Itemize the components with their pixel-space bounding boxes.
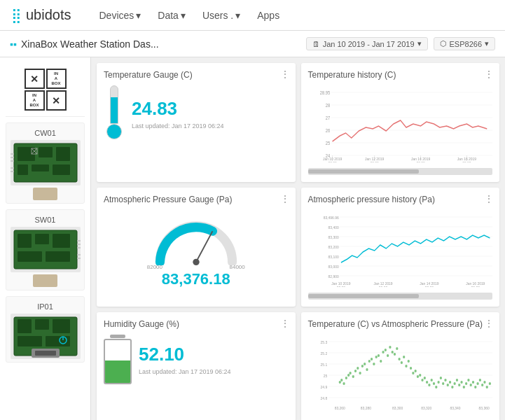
pressure-menu[interactable]: ⋮	[280, 193, 290, 204]
chevron-down-icon: ▾	[136, 10, 141, 21]
svg-text:26: 26	[325, 127, 330, 133]
nav-users[interactable]: Users . ▾	[202, 10, 240, 21]
temp-history-menu[interactable]: ⋮	[484, 69, 494, 80]
humidity-updated: Last updated: Jan 17 2019 06:24	[139, 368, 231, 375]
device-badge[interactable]: ⬡ ESP8266 ▾	[434, 37, 495, 50]
pressure-history-widget: Atmospheric pressure history (Pa) ⋮ 83,4…	[301, 188, 500, 307]
svg-point-139	[437, 381, 439, 384]
svg-point-96	[338, 381, 340, 384]
svg-rect-3	[56, 147, 70, 161]
svg-point-104	[357, 367, 359, 370]
battery-gauge-content: 52.10 Last updated: Jan 17 2019 06:24	[104, 335, 289, 384]
temp-updated: Last updated: Jan 17 2019 06:24	[132, 122, 224, 130]
dashboard-title: XinaBox Weather Station Das...	[21, 38, 159, 50]
svg-point-114	[380, 360, 382, 363]
svg-text:83,400: 83,400	[328, 225, 338, 230]
svg-point-102	[352, 375, 354, 378]
nav-data[interactable]: Data ▾	[158, 10, 186, 21]
device-chip-icon: ⬡	[440, 39, 447, 48]
sidebar-device-ip01[interactable]: IP01	[6, 296, 85, 363]
secondary-bar: ▪▪ XinaBox Weather Station Das... 🗓 Jan …	[0, 31, 505, 57]
svg-rect-28	[35, 319, 49, 330]
temp-value: 24.83	[132, 98, 224, 120]
svg-point-133	[423, 377, 425, 379]
humidity-value-area: 52.10 Last updated: Jan 17 2019 06:24	[139, 344, 231, 375]
svg-line-61	[196, 231, 212, 262]
svg-point-136	[430, 379, 432, 382]
svg-point-156	[476, 382, 478, 385]
device-img-cw01	[11, 140, 81, 186]
temp-history-scrollbar[interactable]	[308, 168, 493, 175]
sidebar-device-cw01[interactable]: CW01	[6, 122, 85, 204]
svg-text:83,300: 83,300	[328, 235, 338, 240]
device-label-cw01: CW01	[34, 129, 56, 137]
svg-point-120	[393, 353, 395, 356]
svg-point-151	[464, 382, 466, 385]
svg-point-141	[442, 382, 444, 385]
svg-point-106	[361, 365, 363, 368]
svg-point-135	[428, 384, 430, 386]
svg-point-158	[481, 384, 483, 386]
calendar-icon: 🗓	[312, 40, 320, 48]
pressure-history-menu[interactable]: ⋮	[484, 193, 494, 204]
svg-text:00:00: 00:00	[416, 161, 424, 162]
sidebar-logo: ✕ INABOX INABOX ✕	[6, 63, 85, 117]
humidity-gauge-title: Humidity Gauge (%)	[104, 319, 289, 329]
arc-labels: 82000 84000	[147, 264, 245, 270]
svg-point-101	[349, 372, 351, 374]
svg-point-107	[364, 363, 366, 365]
widget-menu-button[interactable]: ⋮	[280, 69, 290, 80]
battery-icon	[104, 335, 132, 384]
svg-point-161	[488, 382, 490, 385]
svg-rect-27	[18, 319, 32, 333]
tvp-menu[interactable]: ⋮	[484, 318, 494, 329]
svg-text:83,100: 83,100	[328, 255, 338, 260]
svg-point-138	[435, 386, 437, 388]
svg-point-113	[377, 354, 379, 357]
logo-dots-icon: ⣿	[11, 7, 20, 24]
svg-text:00:00: 00:00	[336, 286, 345, 287]
nav-items: Devices ▾ Data ▾ Users . ▾ Apps	[99, 10, 494, 21]
svg-rect-29	[53, 319, 70, 333]
date-range-badge[interactable]: 🗓 Jan 10 2019 - Jan 17 2019 ▾	[306, 37, 428, 50]
temp-history-chart: 28.95 28 27 26 25 24 Jan 10 2019 00:00	[308, 85, 493, 165]
logo-cell-x2: ✕	[46, 90, 67, 111]
svg-point-132	[421, 379, 423, 382]
nav-apps[interactable]: Apps	[257, 10, 279, 21]
device-name-text: ESP8266	[450, 40, 482, 48]
svg-point-160	[485, 386, 487, 388]
logo-cell-inabox2: INABOX	[25, 90, 45, 111]
svg-rect-16	[18, 234, 32, 248]
nav-devices[interactable]: Devices ▾	[99, 10, 141, 21]
chevron-down-icon: ▾	[181, 10, 186, 21]
sidebar-device-sw01[interactable]: SW01	[6, 209, 85, 290]
svg-rect-5	[32, 164, 49, 172]
temp-gauge-content: 24.83 Last updated: Jan 17 2019 06:24	[104, 85, 289, 141]
humidity-value: 52.10	[139, 344, 231, 365]
pressure-history-chart: 83,496.96 83,400 83,300 83,200 83,100 83…	[308, 210, 493, 290]
svg-point-152	[467, 379, 469, 382]
chevron-down-icon: ▾	[235, 10, 240, 21]
thermometer-icon	[104, 85, 125, 141]
svg-point-129	[414, 370, 416, 372]
pressure-gauge-widget: Atmospheric Pressure Gauge (Pa) ⋮ 82000 …	[97, 188, 296, 307]
svg-point-103	[354, 370, 356, 372]
svg-point-154	[471, 381, 473, 384]
svg-text:25.2: 25.2	[320, 351, 327, 356]
svg-rect-19	[18, 251, 42, 262]
svg-point-126	[407, 360, 409, 363]
svg-text:25: 25	[323, 374, 326, 379]
svg-point-118	[389, 346, 391, 349]
svg-point-125	[405, 365, 407, 368]
device-chevron-icon: ▾	[485, 39, 489, 48]
svg-text:00:00: 00:00	[424, 286, 433, 287]
pressure-history-scrollbar[interactable]	[308, 293, 493, 300]
svg-point-123	[400, 361, 402, 364]
sidebar: ✕ INABOX INABOX ✕ CW01	[0, 57, 91, 420]
main-layout: ✕ INABOX INABOX ✕ CW01	[0, 57, 505, 420]
svg-rect-2	[39, 147, 53, 158]
svg-point-130	[416, 375, 418, 378]
svg-point-146	[453, 382, 455, 385]
svg-point-143	[446, 384, 448, 386]
humidity-menu[interactable]: ⋮	[280, 318, 290, 329]
